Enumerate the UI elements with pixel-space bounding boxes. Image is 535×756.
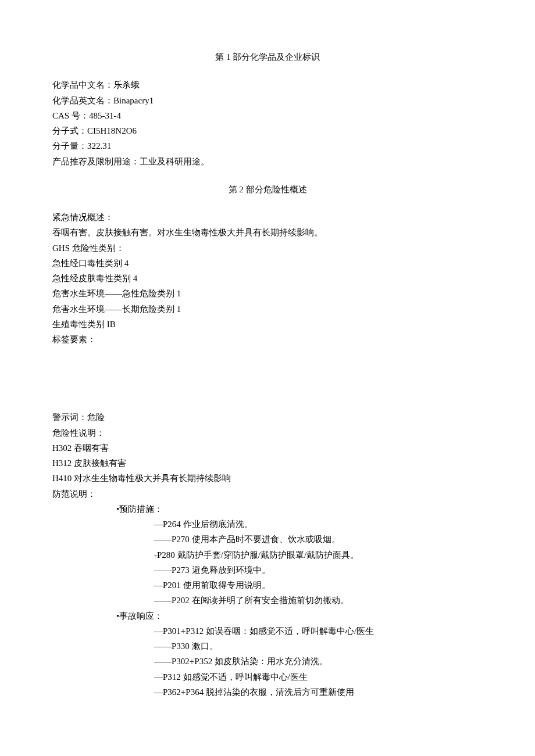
chem-name-cn: 化学品中文名：乐杀蛾	[52, 77, 483, 92]
prevention-item-1: —P264 作业后彻底清洗。	[52, 517, 483, 532]
response-group: •事故响应： —P301+P312 如误吞咽：如感觉不适，呼叫解毒中心/医生 —…	[52, 608, 483, 700]
prevention-item-4: ——P273 避免释放到环境中。	[52, 562, 483, 578]
response-heading: •事故响应：	[52, 608, 483, 624]
hazard-h410: H410 对水生生物毒性极大并具有长期持续影响	[52, 471, 483, 486]
section-2-title: 第 2 部分危险性概述	[52, 182, 483, 197]
molecular-weight: 分子量：322.31	[52, 138, 483, 153]
response-item-2: ——P330 漱口。	[52, 639, 483, 654]
ghs-line-4: 危害水生环境——长期危险类别 1	[52, 302, 483, 317]
response-item-5: —P362+P364 脱掉沾染的衣服，清洗后方可重新使用	[52, 685, 483, 700]
signal-word: 警示词：危险	[52, 410, 483, 425]
section-2-body-a: 紧急情况概述： 吞咽有害。皮肤接触有害。对水生生物毒性极大并具有长期持续影响。 …	[52, 210, 483, 347]
hazard-h312: H312 皮肤接触有害	[52, 456, 483, 471]
section-1-title: 第 1 部分化学品及企业标识	[52, 49, 483, 65]
molecular-formula: 分子式：CI5H18N2O6	[52, 123, 483, 138]
response-item-4: —P312 如感觉不适，呼叫解毒中心/医生	[52, 669, 483, 685]
section-2-body-b: 警示词：危险 危险性说明： H302 吞咽有害 H312 皮肤接触有害 H410…	[52, 410, 483, 501]
prevention-item-5: —P201 使用前取得专用说明。	[52, 578, 483, 593]
ghs-line-5: 生殖毒性类别 IB	[52, 317, 483, 332]
ghs-line-3: 危害水生环境——急性危险类别 1	[52, 286, 483, 301]
pictogram-gap	[52, 347, 483, 410]
ghs-line-2: 急性经皮肤毒性类别 4	[52, 271, 483, 286]
prevention-item-2: ——P270 使用本产品时不要进食、饮水或吸烟。	[52, 532, 483, 547]
prevention-item-6: ——P202 在阅读并明了所有安全措施前切勿搬动。	[52, 593, 483, 608]
prevention-group: •预防措施： —P264 作业后彻底清洗。 ——P270 使用本产品时不要进食、…	[52, 501, 483, 608]
section-1-body: 化学品中文名：乐杀蛾 化学品英文名：Binapacry1 CAS 号：485-3…	[52, 77, 483, 169]
response-item-3: ——P302+P352 如皮肤沾染：用水充分清洗。	[52, 654, 483, 669]
hazard-h302: H302 吞咽有害	[52, 440, 483, 456]
prevention-item-3: -P280 戴防护手套/穿防护服/戴防护眼罩/戴防护面具。	[52, 547, 483, 562]
ghs-category-label: GHS 危险性类别：	[52, 241, 483, 256]
precautionary-label: 防范说明：	[52, 486, 483, 501]
ghs-line-1: 急性经口毒性类别 4	[52, 256, 483, 271]
prevention-heading: •预防措施：	[52, 501, 483, 517]
response-item-1: —P301+P312 如误吞咽：如感觉不适，呼叫解毒中心/医生	[52, 624, 483, 639]
emergency-overview-label: 紧急情况概述：	[52, 210, 483, 225]
emergency-overview-text: 吞咽有害。皮肤接触有害。对水生生物毒性极大并具有长期持续影响。	[52, 225, 483, 240]
usage: 产品推荐及限制用途：工业及科研用途。	[52, 154, 483, 169]
cas-number: CAS 号：485-31-4	[52, 108, 483, 123]
label-elements: 标签要素：	[52, 332, 483, 347]
hazard-statements-label: 危险性说明：	[52, 425, 483, 440]
chem-name-en: 化学品英文名：Binapacry1	[52, 93, 483, 108]
